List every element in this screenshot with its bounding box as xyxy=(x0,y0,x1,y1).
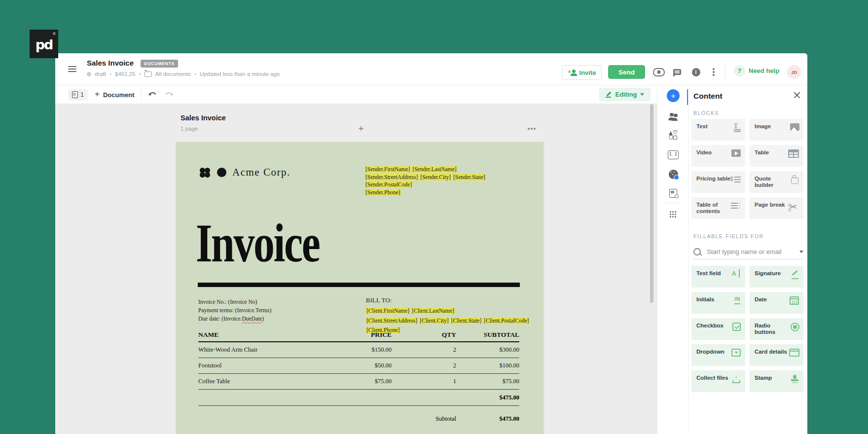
field-tile-text-field[interactable]: Text field xyxy=(691,266,745,288)
undo-button[interactable] xyxy=(148,91,158,100)
add-document-button[interactable]: + Document xyxy=(95,89,135,101)
merge-field[interactable]: [Sender.LastName] xyxy=(412,166,457,173)
rail-divider xyxy=(665,203,681,203)
recipient-search-input[interactable] xyxy=(706,248,795,256)
separator: • xyxy=(109,71,111,77)
merge-field[interactable]: [Sender.State] xyxy=(453,174,486,181)
rail-automations-button[interactable] xyxy=(666,186,680,200)
send-button[interactable]: Send xyxy=(608,65,645,79)
block-tile-video[interactable]: Video xyxy=(691,145,745,167)
comments-button[interactable] xyxy=(671,66,683,78)
merge-field[interactable]: [Sender.FirstName] xyxy=(365,166,410,173)
need-help-button[interactable]: ? Need help xyxy=(734,65,779,76)
field-tile-signature[interactable]: Signature xyxy=(750,266,803,288)
field-tile-date[interactable]: Date xyxy=(750,292,803,314)
date-icon xyxy=(790,296,799,305)
clover-logo-icon xyxy=(200,168,210,178)
field-tile-collect-files[interactable]: Collect files xyxy=(691,370,745,392)
chevron-down-icon xyxy=(640,93,644,96)
video-block-icon xyxy=(731,149,741,157)
block-tile-pricing-table[interactable]: Pricing table xyxy=(691,171,745,193)
invoice-no-line: Invoice No.: (Invoice No) xyxy=(198,298,271,306)
add-document-label: Document xyxy=(103,91,135,99)
pandadoc-logo[interactable]: pd ® xyxy=(30,30,58,58)
merge-field[interactable]: [Client.State] xyxy=(451,318,482,324)
block-tile-quote-builder[interactable]: Quote builder xyxy=(750,171,803,193)
page-options-button[interactable] xyxy=(528,128,538,130)
redo-button[interactable] xyxy=(164,91,174,100)
bill-to-label: BILL TO: xyxy=(366,297,531,304)
total-value: $475.00 xyxy=(456,394,519,401)
plus-icon: + xyxy=(95,89,100,99)
merge-field[interactable]: [Sender.StreetAddress] xyxy=(365,174,418,181)
user-avatar[interactable]: JD xyxy=(787,65,801,79)
chevron-down-icon[interactable] xyxy=(799,251,803,253)
field-tile-card-details[interactable]: Card details xyxy=(750,344,803,366)
undo-icon xyxy=(148,91,158,98)
field-tile-dropdown[interactable]: Dropdown xyxy=(691,344,745,366)
block-tile-text[interactable]: Text xyxy=(691,119,745,141)
line-items-table[interactable]: NAME PRICE QTY SUBTOTAL White-Wood Arm C… xyxy=(198,328,519,425)
sender-merge-fields[interactable]: [Sender.FirstName][Sender.LastName] [Sen… xyxy=(365,165,487,196)
table-row[interactable]: Coffee Table$75.001$75.00 xyxy=(198,374,519,390)
rail-apps-button[interactable] xyxy=(666,208,680,221)
documents-badge: DOCUMENTS xyxy=(141,60,178,68)
merge-field[interactable]: [Client.LastName] xyxy=(411,308,455,314)
pages-icon xyxy=(72,91,78,98)
canvas-document-title[interactable]: Sales Invoice xyxy=(181,114,226,122)
field-tile-checkbox[interactable]: Checkbox xyxy=(691,318,745,340)
registered-mark: ® xyxy=(53,32,56,36)
canvas-scrollbar[interactable] xyxy=(650,104,653,303)
hamburger-menu-icon[interactable] xyxy=(68,66,76,72)
close-icon[interactable] xyxy=(792,90,802,100)
content-panel: Content BLOCKS Text Image Video Table Pr… xyxy=(688,85,807,434)
info-icon: i xyxy=(692,68,700,76)
folder-label[interactable]: All documents xyxy=(155,71,191,77)
rail-add-content-button[interactable]: + xyxy=(666,89,680,103)
table-row[interactable]: White-Wood Arm Chair$150.002$300.00 xyxy=(198,342,519,358)
page-break-icon xyxy=(789,203,799,212)
more-actions-button[interactable] xyxy=(708,66,720,78)
block-tile-table[interactable]: Table xyxy=(750,145,803,167)
editing-mode-dropdown[interactable]: Editing xyxy=(599,88,651,101)
app-header: Sales Invoice DOCUMENTS draft • $451.25 … xyxy=(55,53,807,85)
merge-field[interactable]: [Sender.Phone] xyxy=(365,189,401,196)
search-icon xyxy=(693,248,701,255)
rail-recipients-button[interactable] xyxy=(666,109,680,123)
separator: • xyxy=(194,71,196,77)
merge-field[interactable]: [Client.PostalCode] xyxy=(483,318,529,324)
table-row[interactable]: Footstool$50.002$100.00 xyxy=(198,358,519,374)
merge-field[interactable]: [Client.FirstName] xyxy=(366,308,410,314)
due-date-line: Due date: (Invoice.DueDate) xyxy=(198,315,271,323)
block-tile-table-of-contents[interactable]: Table of contents xyxy=(691,197,745,219)
rail-design-button[interactable] xyxy=(666,167,680,181)
subtotal-label: Subtotal xyxy=(392,415,456,423)
block-tile-image[interactable]: Image xyxy=(750,119,803,141)
document-title[interactable]: Sales Invoice xyxy=(87,59,134,67)
merge-field[interactable]: [Sender.City] xyxy=(420,174,451,181)
dropdown-icon xyxy=(731,349,741,357)
page-count-chip[interactable]: 1 xyxy=(68,89,88,101)
document-canvas: Sales Invoice 1 page + Acme Corp. [Sende… xyxy=(55,104,657,434)
field-tile-stamp[interactable]: Stamp xyxy=(750,370,803,392)
add-page-button[interactable]: + xyxy=(356,124,366,134)
field-tile-initials[interactable]: Initials xyxy=(691,292,745,314)
merge-field[interactable]: [Client.StreetAddress] xyxy=(366,318,418,324)
invite-button[interactable]: + Invite xyxy=(562,65,602,80)
text-block-icon xyxy=(731,123,741,132)
field-tile-radio-buttons[interactable]: Radio buttons xyxy=(750,318,803,340)
rail-variables-button[interactable] xyxy=(666,148,680,162)
table-header-row: NAME PRICE QTY SUBTOTAL xyxy=(198,328,519,342)
rail-fields-button[interactable] xyxy=(666,128,680,142)
preview-button[interactable] xyxy=(653,66,665,78)
merge-field[interactable]: [Sender.PostalCode] xyxy=(365,181,412,188)
merge-field[interactable]: [Client.City] xyxy=(419,318,449,324)
block-tile-page-break[interactable]: Page break xyxy=(750,197,803,219)
invoice-page[interactable]: Acme Corp. [Sender.FirstName][Sender.Las… xyxy=(176,142,543,434)
recipient-search[interactable] xyxy=(693,244,803,259)
comment-icon xyxy=(673,69,681,75)
app-window: Sales Invoice DOCUMENTS draft • $451.25 … xyxy=(55,53,807,434)
info-button[interactable]: i xyxy=(690,66,702,78)
table-of-contents-icon xyxy=(731,202,741,211)
eye-icon xyxy=(653,68,665,76)
